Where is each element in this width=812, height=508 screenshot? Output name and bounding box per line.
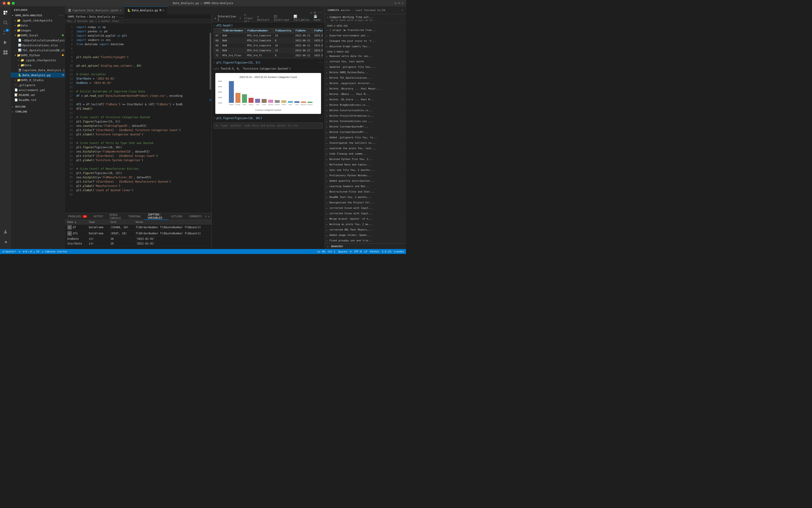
git-branch-status[interactable]: ⎇ master* [2, 250, 16, 253]
tree-item-ohms-excel[interactable]: ▾ 📁 OHMS_Excel [11, 33, 65, 38]
tab-output[interactable]: OUTPUT [90, 213, 106, 220]
commit-item-sync[interactable]: ▸ Sync one file You, 2 months... [325, 167, 406, 173]
commit-item-gitignore[interactable]: ▸ Updated .gitignore file You,... [325, 65, 406, 70]
save-btn[interactable]: 💾 Save [312, 14, 322, 22]
commit-item-corrected-jupyt2[interactable]: ▸ corrected Issue with Jupyt... [325, 211, 406, 216]
commit-item-delete-bldg[interactable]: ▸ Delete BldgDockAccess.cs... [325, 102, 406, 108]
jupyter-content[interactable]: ✓ df2.head() ··· fldOrderNumber fl [212, 22, 325, 249]
cursor-position[interactable]: Ln 40, Col 1 [317, 250, 335, 253]
jupyter-input-box[interactable]: ▷ Type 'python' code here and press ↵Ent… [214, 123, 323, 129]
commit-item-merge[interactable]: ▸ Merge branch 'master' of h... [325, 216, 406, 222]
jupyter-panel-close[interactable]: ✕ [239, 16, 241, 20]
tab-comments[interactable]: COMMENTS [186, 213, 205, 220]
commit-item-readme-test[interactable]: ▸ ReadMe Test You, 2 months... [325, 195, 406, 200]
commit-item-refreshed[interactable]: ▸ Refreshed Data and Captur... [325, 162, 406, 167]
commit-item-delete-project[interactable]: ▸ Delete ProjectInformation.c... [325, 113, 406, 119]
commit-item-corrected-url[interactable]: ▸ corrected URL Paul Moyers,... [325, 227, 406, 232]
tab-capstone[interactable]: 📓 Capstone_Data_Analysis.ipynb × [65, 6, 125, 14]
tree-item-ops-calc[interactable]: 📄 ~$OpsCalculationsAnalysis... [11, 38, 65, 43]
cell-menu-icon[interactable]: ··· [318, 24, 323, 27]
extensions-activity-icon[interactable] [1, 48, 10, 57]
commit-item-delete-ohms[interactable]: ▸ Delete OHMS_Python/Data... [325, 70, 406, 75]
commit-item-learning[interactable]: ▸ Learning Seaborn and Mat... [325, 184, 406, 189]
tree-item-data2[interactable]: ▸ 📁 Data [11, 62, 65, 68]
tree-item-readme-md[interactable]: 📝 README.md [11, 92, 65, 97]
commit-item-preliminary[interactable]: ▸ Preliminary Python Notebo... [325, 173, 406, 178]
commit-item-origin[interactable]: ▸ ⟨ origin ⟩▶ Transferred from... [325, 28, 406, 33]
commits-close-icon[interactable]: ✕ [402, 9, 403, 12]
commit-item-corrected-jupyt1[interactable]: ▸ corrected Issue with Jupyt... [325, 205, 406, 211]
commit-item-added-image[interactable]: ▸ Added image folder; Updat... [325, 232, 406, 238]
cell-menu-icon[interactable]: ··· [318, 61, 323, 64]
commit-item-explored[interactable]: ▸ explored the plots You, last... [325, 146, 406, 151]
interrupt-btn[interactable]: ⬛ Interrupt [272, 14, 291, 22]
commit-item-delete-rhistory[interactable]: ▸ Delete .Rhistory ... Paul Moyer... [325, 86, 406, 91]
tab-terminal[interactable]: TERMINAL [125, 213, 145, 220]
tree-item-tbl-ops[interactable]: 📊 Tbl_OpsCalculationsDB.xlsx [11, 48, 65, 53]
xml-icon[interactable]: </> [214, 67, 219, 70]
branches-section[interactable]: ▸ BRANCHES [325, 243, 406, 249]
commit-item-added-qty[interactable]: ▸ Added quantity distribution... [325, 178, 406, 184]
variables-btn[interactable]: 📊 Variables [292, 14, 311, 22]
editor-scrollbar[interactable] [209, 23, 212, 213]
code-content[interactable]: import numpy as np import pandas as pd i… [75, 23, 209, 213]
commit-item-investigated[interactable]: ▸ Investigated the outliers in... [325, 140, 406, 146]
commit-item-reorganized[interactable]: ▸ Reorganized the Project Fil... [325, 200, 406, 205]
commit-item-code-cleanup[interactable]: ▸ Code Cleanup and comme... [325, 151, 406, 157]
commits-top-item[interactable]: ▸ Compare Working Tree wit... Up to date… [325, 14, 406, 23]
run-icon[interactable]: ▷ [311, 11, 312, 14]
tab-gitlens[interactable]: GITLENS [168, 213, 186, 220]
tab-close-data-analysis[interactable]: × [163, 9, 165, 12]
spaces-status[interactable]: Spaces: 4 [338, 250, 352, 253]
tree-item-readme-txt[interactable]: 📄 ReadMe.txt [11, 97, 65, 102]
sync-status[interactable]: ↺ [19, 250, 20, 253]
commit-item-delete-rdata[interactable]: ▸ Delete .RData ... Paul M... [325, 91, 406, 97]
tree-item-data-analysis-py[interactable]: 🐍 Data_Analysis.py M [11, 73, 65, 78]
run-cell-icon[interactable]: ▷ [216, 124, 218, 127]
tabnine-status[interactable]: ○ tabnine starter [42, 250, 67, 253]
commit-item-delete-customer2[interactable]: ▸ Delete CustomerQuotedPr... [325, 129, 406, 135]
tree-item-data[interactable]: ▸ 📁 Data [11, 23, 65, 28]
cell-menu-icon[interactable]: ··· [318, 117, 323, 120]
commit-item-added-gitignore[interactable]: ▸ Added .gitignore file You, la... [325, 135, 406, 140]
python-version-status[interactable]: 3.9.13: (conda) [382, 250, 404, 253]
search-activity-icon[interactable] [1, 18, 10, 27]
code-editor[interactable]: 12345 678910 1112131415 1617181920 21222… [65, 23, 212, 213]
tab-jupyter-variables[interactable]: JUPYTER: VARIABLES [144, 213, 168, 220]
variable-row-df[interactable]: ⊞df DataFrame (34488, 10) fldOrderNumber… [65, 224, 212, 230]
commit-item-delete-spyproject[interactable]: ▸ Delete .spyproject director... [325, 81, 406, 86]
commit-item-deleted-py[interactable]: ▸ Deleted Python File You, 2... [325, 157, 406, 162]
line-ending-status[interactable]: LF [364, 250, 367, 253]
run-debug-activity-icon[interactable] [1, 38, 10, 47]
commit-item-working-plots[interactable]: ▸ Working on plots You, 2 mo... [325, 222, 406, 227]
commit-item-delete-site[interactable]: ▸ Delete SiteConditions.csv ... [325, 119, 406, 124]
variable-row-enddate[interactable]: EndDate str 10 '2023-01-01' [65, 237, 212, 241]
timeline-section[interactable]: ▸ TIMELINE [11, 109, 65, 114]
split-editor-icon[interactable]: ⊞ [314, 11, 316, 14]
account-activity-icon[interactable] [1, 227, 10, 237]
commit-item-delete-customer1[interactable]: ▸ Delete CustomerQuotedPr... [325, 124, 406, 129]
settings-activity-icon[interactable] [1, 237, 10, 246]
encoding-status[interactable]: UTF-8 [354, 250, 362, 253]
commit-item-fixed-groupby[interactable]: ▸ Fixed groupby use and trie... [325, 238, 406, 243]
commit-item-graph-labels[interactable]: ▸ Adjusted Graph Labels You... [325, 44, 406, 49]
commit-item-removed-extra[interactable]: ▸ Removed extra data for sec... [325, 53, 406, 59]
variable-row-df2[interactable]: ⊞df2 DataFrame (8597, 10) fldOrderNumber… [65, 230, 212, 237]
tab-debug-console[interactable]: DEBUG CONSOLE [106, 213, 125, 220]
commit-item-refresh[interactable]: ▸ refresh You, last month [325, 59, 406, 65]
fullscreen-button[interactable] [12, 2, 15, 5]
explorer-activity-icon[interactable] [1, 8, 10, 17]
tree-item-capstone[interactable]: 📓 Capstone_Data_Analysis.ipynb [11, 68, 65, 73]
tree-item-ipynb-check2[interactable]: ▸ 📁 .ipynb_checkpoints [11, 58, 65, 62]
close-button[interactable] [3, 2, 6, 5]
outline-section[interactable]: ▸ OUTLINE [11, 104, 65, 109]
variable-row-startdate[interactable]: StartDate str 10 '2022-01-01' [65, 241, 212, 246]
tree-item-images[interactable]: ▸ 📁 images [11, 28, 65, 33]
errors-status[interactable]: ⊗ 0 ⚠ 0 △ 24 [23, 250, 39, 253]
more-actions-icon[interactable]: ··· [317, 11, 323, 14]
tab-problems[interactable]: PROBLEMS 24 [65, 213, 90, 220]
commit-item-environment[interactable]: ▸ Exported environment.yml... [325, 33, 406, 38]
jupyter-panel-back[interactable]: ◀ [214, 17, 216, 19]
source-control-activity-icon[interactable]: 2 [1, 28, 10, 37]
tab-close-capstone[interactable]: × [120, 9, 121, 12]
